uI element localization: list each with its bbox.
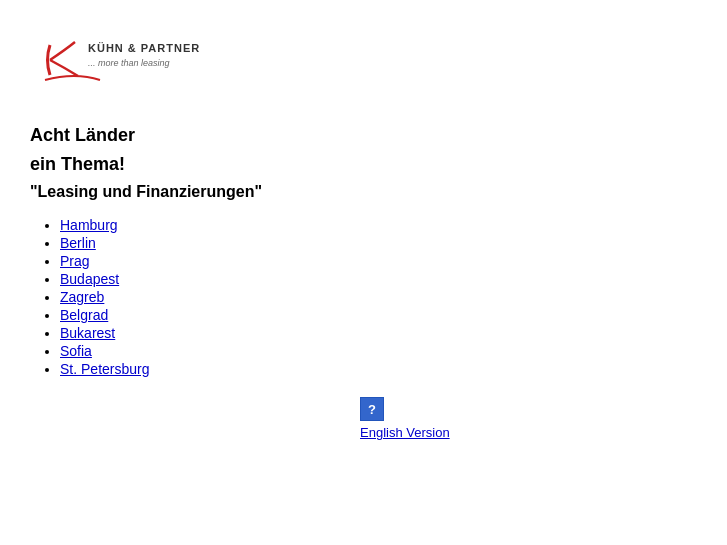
list-item: Budapest <box>60 271 707 287</box>
page-wrapper: KÜHN & PARTNER ... more than leasing Ach… <box>0 0 727 460</box>
list-item: Belgrad <box>60 307 707 323</box>
flag-icon: ? <box>360 397 384 421</box>
city-link-st-petersburg[interactable]: St. Petersburg <box>60 361 150 377</box>
main-content: Acht Länder ein Thema! "Leasing und Fina… <box>30 125 707 377</box>
list-item: Prag <box>60 253 707 269</box>
city-link-sofia[interactable]: Sofia <box>60 343 92 359</box>
city-link-hamburg[interactable]: Hamburg <box>60 217 118 233</box>
list-item: Bukarest <box>60 325 707 341</box>
list-item: Hamburg <box>60 217 707 233</box>
list-item: Berlin <box>60 235 707 251</box>
svg-text:KÜHN & PARTNER: KÜHN & PARTNER <box>88 42 200 54</box>
logo-area: KÜHN & PARTNER ... more than leasing <box>40 30 707 85</box>
city-link-belgrad[interactable]: Belgrad <box>60 307 108 323</box>
list-item: Sofia <box>60 343 707 359</box>
headline-2: ein Thema! <box>30 154 707 175</box>
list-item: Zagreb <box>60 289 707 305</box>
svg-text:... more than leasing: ... more than leasing <box>88 58 170 68</box>
bottom-area: ? English Version <box>360 397 707 440</box>
headline-3: "Leasing und Finanzierungen" <box>30 183 707 201</box>
english-version-link[interactable]: English Version <box>360 425 450 440</box>
logo-svg: KÜHN & PARTNER ... more than leasing <box>40 30 200 85</box>
city-link-berlin[interactable]: Berlin <box>60 235 96 251</box>
city-list: Hamburg Berlin Prag Budapest Zagreb Belg… <box>60 217 707 377</box>
city-link-prag[interactable]: Prag <box>60 253 90 269</box>
city-link-zagreb[interactable]: Zagreb <box>60 289 104 305</box>
city-link-bukarest[interactable]: Bukarest <box>60 325 115 341</box>
list-item: St. Petersburg <box>60 361 707 377</box>
headline-1: Acht Länder <box>30 125 707 146</box>
city-link-budapest[interactable]: Budapest <box>60 271 119 287</box>
